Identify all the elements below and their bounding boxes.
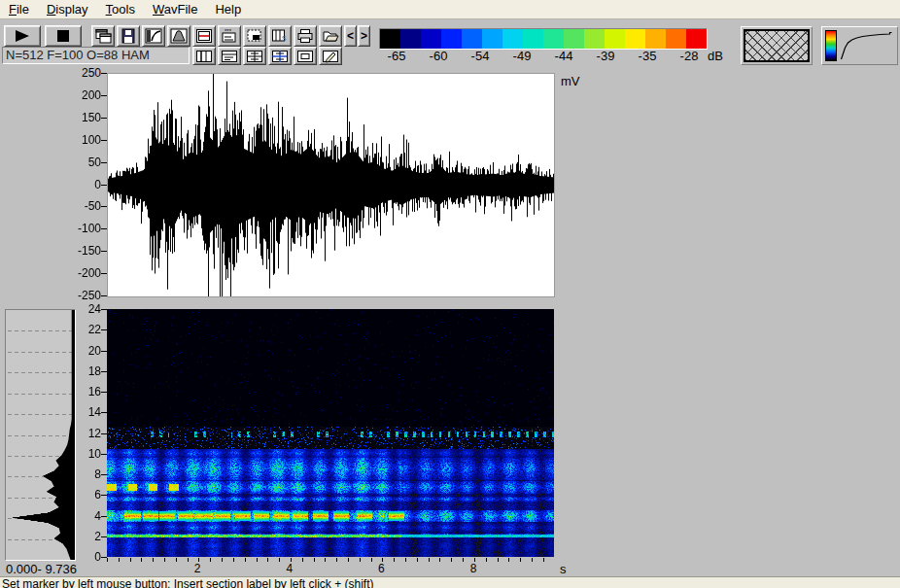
axis-tick-label: 22 [68,323,101,336]
menu-wavfile[interactable]: WavFile [144,1,206,17]
axis-tick-label: 6 [68,488,101,502]
open-file-button[interactable] [319,25,342,47]
prev-button[interactable]: < [344,25,357,47]
db-colorbar [379,28,708,50]
gain-curve-icon [145,28,162,44]
layout-vertical-icon [195,50,213,63]
print-button[interactable] [294,25,317,47]
layout-horizontal-icon [221,50,238,63]
transfer-curve-icon [839,30,894,61]
axis-tick-label: -50 [68,199,101,213]
colorbar-segment [482,29,502,49]
axis-tick-label: 4 [286,562,293,575]
svg-text:s: s [282,33,287,43]
grid-cross-blue-button[interactable] [268,47,292,65]
menu-file[interactable]: File [0,1,38,17]
stop-icon [57,30,69,42]
axis-tick-mark [101,351,107,352]
next-button[interactable]: > [358,25,370,47]
window-function-button[interactable] [167,25,190,47]
colorbar-segment [686,29,707,49]
menu-help[interactable]: Help [206,1,250,17]
colorbar-segment [666,29,686,49]
colorbar-segment [502,29,523,49]
stop-button[interactable] [45,25,82,47]
play-button[interactable] [4,25,41,47]
colorbar-tick-label: -60 [424,49,453,63]
axis-tick-label: 10 [68,447,101,461]
colorbar-segment [400,29,421,49]
axis-tick-mark [101,433,107,434]
palette-curve-panel[interactable] [821,26,898,65]
colorbar-tick-label: -28 [675,49,704,63]
colorbar-segment [421,29,441,49]
cascade-windows-button[interactable] [91,25,115,47]
grid-cross-button[interactable] [243,47,266,65]
status-hint-text: Set marker by left mouse button; Insert … [2,577,374,588]
section-label-icon: s [271,28,289,44]
average-spectrum-panel[interactable] [5,309,76,561]
colorbar-segment [584,29,605,49]
axis-tick-mark [101,371,107,372]
axis-tick-label: 4 [68,509,101,523]
texture-pattern-panel[interactable] [741,26,813,65]
colorbar-tick-label: -54 [466,49,495,63]
inner-window-button[interactable] [294,47,317,65]
time-axis-ticks [107,558,555,562]
axis-tick-label: 200 [68,88,101,102]
waveform-plot[interactable] [107,73,555,297]
axis-tick-label: 16 [68,385,101,398]
axis-tick-label: -150 [68,244,101,258]
waveform-canvas[interactable] [108,74,554,296]
axis-tick-label: 250 [68,66,101,80]
spectrogram-canvas[interactable] [107,309,554,557]
save-icon [121,28,136,44]
axis-tick-mark [101,536,107,537]
palette-gradient-icon [825,30,837,61]
colorbar-segment [543,29,564,49]
axis-tick-mark [101,474,107,475]
edit-label-button[interactable] [319,47,342,65]
gain-curve-button[interactable] [142,25,165,47]
axis-tick-mark [101,162,107,163]
layout-horizontal-button[interactable] [218,47,241,65]
axis-tick-mark [101,454,107,455]
axis-tick-label: 24 [68,302,101,316]
menu-display[interactable]: Display [38,1,97,17]
app-window: { "menu": { "items": [ {"label": "File"}… [0,0,900,588]
axis-tick-mark [101,295,107,296]
axis-tick-mark [101,206,107,207]
axis-tick-mark [101,185,107,186]
selection-region-button[interactable] [243,25,266,47]
layout-vertical-button[interactable] [192,47,216,65]
axis-tick-mark [101,309,107,310]
axis-tick-mark [101,495,107,496]
save-button[interactable] [117,25,140,47]
time-unit-label: s [560,562,567,576]
open-file-icon [322,28,339,44]
grid-cross-blue-icon [271,50,289,63]
axis-tick-mark [101,140,107,141]
colorbar-tick-label: -35 [633,49,662,63]
axis-tick-label: 12 [68,427,101,440]
axis-tick-label: 50 [68,156,101,169]
edit-label-icon [322,50,339,63]
axis-tick-label: -100 [68,222,101,235]
axis-tick-label: 14 [68,405,101,419]
section-label-button[interactable]: s [268,25,292,47]
axis-tick-mark [101,329,107,330]
colorbar-segment [605,29,625,49]
axis-tick-label: 2 [68,530,101,543]
axis-tick-mark [101,412,107,413]
axis-tick-label: 150 [68,111,101,124]
marker-display-button[interactable] [192,25,216,47]
menu-tools[interactable]: Tools [97,1,144,17]
spectrogram-settings-button[interactable]: *** [218,25,241,47]
axis-tick-label: 100 [68,133,101,147]
play-icon [15,30,30,42]
analysis-params-field[interactable]: N=512 F=100 O=88 HAM [2,47,190,64]
colorbar-segment [645,29,666,49]
grid-cross-icon [246,50,263,63]
axis-tick-label: -200 [68,266,101,280]
axis-tick-mark [101,557,107,558]
